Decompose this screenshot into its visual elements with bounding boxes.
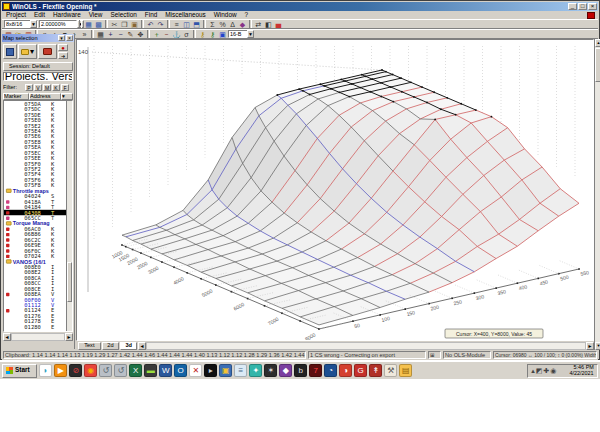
- maximize-button[interactable]: □: [578, 3, 587, 10]
- pencil-icon[interactable]: ✎: [126, 30, 135, 39]
- grid-icon[interactable]: ▦: [96, 30, 105, 39]
- hscroll-right-icon[interactable]: ►: [586, 342, 594, 350]
- menu-find[interactable]: Find: [141, 11, 161, 18]
- surface-plot[interactable]: 1401000150020002500300040005000600070008…: [77, 40, 593, 340]
- title-bar[interactable]: WinOLS - Flexfile Opening * _ □ ×: [2, 2, 598, 11]
- grid-2d-icon[interactable]: ▦: [84, 20, 93, 29]
- terminal-icon[interactable]: ▸: [204, 364, 217, 377]
- map-hscrollbar[interactable]: [146, 342, 586, 350]
- map-list-scrollbar[interactable]: [66, 101, 72, 331]
- nav-last-icon[interactable]: »: [80, 30, 89, 39]
- wrench-icon[interactable]: ⚒: [384, 364, 397, 377]
- excel-icon[interactable]: X: [129, 364, 142, 377]
- zoom-out-icon[interactable]: −: [116, 30, 125, 39]
- tray-status-2[interactable]: ◩: [536, 367, 543, 375]
- swap-icon[interactable]: ◧: [264, 20, 273, 29]
- notes-icon[interactable]: ≡: [234, 364, 247, 377]
- view-3d-icon[interactable]: ⬒: [192, 20, 201, 29]
- column-header-address[interactable]: Address: [29, 93, 61, 100]
- scrollbar-thumb[interactable]: [67, 262, 72, 302]
- colors-icon[interactable]: ▅: [274, 20, 283, 29]
- tab-text[interactable]: Text: [78, 342, 101, 350]
- filter-button-p[interactable]: P: [25, 84, 33, 91]
- scroll-up-icon[interactable]: ▲: [595, 39, 600, 47]
- map-3d-view[interactable]: 1401000150020002500300040005000600070008…: [76, 39, 594, 341]
- menu-project[interactable]: Project: [2, 11, 30, 18]
- key-yellow-icon[interactable]: ⚷: [198, 30, 207, 39]
- menu-selection[interactable]: Selection: [106, 11, 140, 18]
- vscroll-thumb[interactable]: [595, 48, 600, 82]
- anchor-icon[interactable]: ⚓: [172, 30, 181, 39]
- tab-2d[interactable]: 2d: [102, 342, 119, 350]
- scroll-down-icon[interactable]: ▼: [595, 342, 600, 350]
- menu-window[interactable]: Window: [210, 11, 241, 18]
- chip-dark-icon[interactable]: ▬: [144, 364, 157, 377]
- tree-mode-combo[interactable]: Projects, Versions & Maps (Ctrl ▼: [3, 72, 73, 81]
- blocked-dark-icon[interactable]: ⊘: [69, 364, 82, 377]
- zoom-in-icon[interactable]: +: [106, 30, 115, 39]
- filter-button-m[interactable]: M: [43, 84, 51, 91]
- save-button[interactable]: [3, 44, 17, 59]
- panel-pin-button[interactable]: ▾: [58, 35, 65, 41]
- undo-icon[interactable]: ↶: [146, 20, 155, 29]
- menu-miscellaneous[interactable]: Miscellaneous: [161, 11, 210, 18]
- sum-icon[interactable]: Σ: [208, 20, 217, 29]
- circle-red-icon[interactable]: ◑: [339, 364, 352, 377]
- app-teal-icon[interactable]: ◗: [39, 364, 52, 377]
- folder-app-icon[interactable]: ▣: [219, 364, 232, 377]
- map-row-01280[interactable]: 01280E: [4, 324, 72, 329]
- redo-icon[interactable]: ↷: [156, 20, 165, 29]
- filter-button-v[interactable]: V: [34, 84, 42, 91]
- view-text-icon[interactable]: ≡: [172, 20, 181, 29]
- sigma-icon[interactable]: σ: [182, 30, 191, 39]
- start-button[interactable]: Start: [2, 364, 37, 378]
- zoom-combo[interactable]: 2.00000%▼: [39, 20, 77, 28]
- subtract-icon[interactable]: －: [162, 30, 171, 39]
- open-maps-button[interactable]: ▾: [18, 44, 37, 59]
- absolute-icon[interactable]: ◆: [238, 20, 247, 29]
- map-size-combo[interactable]: 8x8/16▼: [4, 20, 38, 28]
- puzzle-colors-icon[interactable]: ✦: [249, 364, 262, 377]
- map-vscrollbar[interactable]: ▲ ▼: [594, 39, 600, 350]
- window-orange-icon[interactable]: ▤: [399, 364, 412, 377]
- hscroll-left-icon[interactable]: ◄: [138, 342, 146, 350]
- delete-map-button[interactable]: ●: [58, 44, 68, 51]
- delta-icon[interactable]: Δ: [228, 20, 237, 29]
- cut-icon[interactable]: ✂: [110, 20, 119, 29]
- grid-3d-icon[interactable]: ▩: [94, 20, 103, 29]
- tab-3d[interactable]: 3d: [120, 342, 137, 350]
- add-icon[interactable]: ＋: [152, 30, 161, 39]
- map-panel-titlebar[interactable]: Map selection ▾ ×: [2, 34, 74, 42]
- star-multi-icon[interactable]: ✶: [264, 364, 277, 377]
- circle-blue-icon[interactable]: ◔: [324, 364, 337, 377]
- column-header-marker[interactable]: Marker: [3, 93, 29, 100]
- swirl-1-icon[interactable]: ↺: [99, 364, 112, 377]
- seven-red-icon[interactable]: 7: [309, 364, 322, 377]
- filter-button-f[interactable]: F: [61, 84, 69, 91]
- precision-combo[interactable]: 16-B▼: [228, 30, 254, 38]
- session-button[interactable]: Session: Default: [3, 62, 73, 71]
- key-green-icon[interactable]: ⚷: [208, 30, 217, 39]
- menu-view[interactable]: View: [85, 11, 107, 18]
- minimize-button[interactable]: _: [568, 3, 577, 10]
- panel-close-button[interactable]: ×: [66, 35, 73, 41]
- paste-icon[interactable]: ▣: [130, 20, 139, 29]
- tray-status-4[interactable]: ◉: [550, 367, 556, 375]
- tray-status-3[interactable]: ✚: [543, 367, 549, 375]
- chrome-icon[interactable]: ◉: [84, 364, 97, 377]
- outlook-icon[interactable]: O: [174, 364, 187, 377]
- compare-icon[interactable]: ⇄: [254, 20, 263, 29]
- badge-b-icon[interactable]: b: [294, 364, 307, 377]
- g-red-icon[interactable]: G: [354, 364, 367, 377]
- scroll-left-icon[interactable]: ◄: [3, 333, 11, 341]
- export-map-button[interactable]: ➜: [58, 52, 68, 59]
- tray-status-1[interactable]: ▴: [531, 367, 535, 375]
- menu-hardware[interactable]: Hardware: [49, 11, 85, 18]
- word-icon[interactable]: W: [159, 364, 172, 377]
- window-blue-icon[interactable]: ▣: [218, 30, 227, 39]
- view-2d-icon[interactable]: ◫: [182, 20, 191, 29]
- menu-[interactable]: ?: [241, 11, 253, 18]
- tree-red-icon[interactable]: ↟: [369, 364, 382, 377]
- import-button[interactable]: [38, 44, 57, 59]
- copy-icon[interactable]: ❐: [120, 20, 129, 29]
